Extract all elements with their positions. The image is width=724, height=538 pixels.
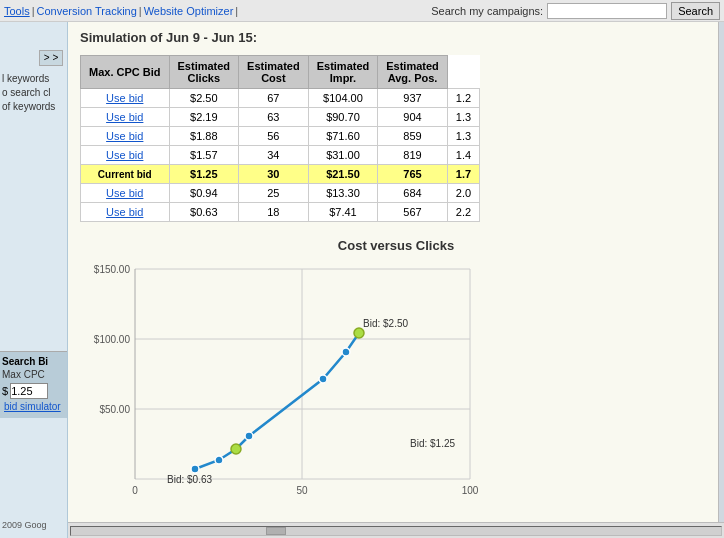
clicks-cell: 30	[239, 165, 309, 184]
data-point-top	[354, 328, 364, 338]
data-point-4	[245, 432, 253, 440]
bottom-scrollbar	[68, 522, 724, 538]
data-point-5	[319, 375, 327, 383]
scrollbar-thumb[interactable]	[266, 527, 286, 535]
website-optimizer-link[interactable]: Website Optimizer	[144, 5, 234, 17]
clicks-cell: 56	[239, 127, 309, 146]
cost-cell: $13.30	[308, 184, 378, 203]
label-bid-250: Bid: $2.50	[363, 318, 408, 329]
use-bid-link[interactable]: Use bid	[106, 111, 143, 123]
table-row: Use bid$0.6318$7.415672.2	[81, 203, 480, 222]
impr-cell: 819	[378, 146, 448, 165]
search-button[interactable]: Search	[671, 2, 720, 20]
col-est-clicks: EstimatedClicks	[169, 56, 239, 89]
bid-value-cell: $1.88	[169, 127, 239, 146]
pos-cell: 2.0	[447, 184, 479, 203]
cost-cell: $21.50	[308, 165, 378, 184]
bid-table: Max. CPC Bid EstimatedClicks EstimatedCo…	[80, 55, 480, 222]
pos-cell: 1.3	[447, 127, 479, 146]
sidebar: > > l keywords o search cl of keywords S…	[0, 22, 68, 538]
col-max-cpc: Max. CPC Bid	[81, 56, 170, 89]
bid-label-cell: Use bid	[81, 184, 170, 203]
max-cpc-label: Max CPC	[2, 369, 65, 380]
chart-wrap: $150.00 $100.00 $50.00 0 50 100	[80, 259, 500, 509]
cost-cell: $7.41	[308, 203, 378, 222]
impr-cell: 567	[378, 203, 448, 222]
search-label: Search my campaigns:	[431, 5, 543, 17]
use-bid-link[interactable]: Use bid	[106, 149, 143, 161]
bid-value-cell: $1.57	[169, 146, 239, 165]
clicks-cell: 18	[239, 203, 309, 222]
use-bid-link[interactable]: Use bid	[106, 92, 143, 104]
search-bid-title: Search Bi	[2, 356, 65, 367]
impr-cell: 859	[378, 127, 448, 146]
conversion-tracking-link[interactable]: Conversion Tracking	[37, 5, 137, 17]
table-row: Use bid$0.9425$13.306842.0	[81, 184, 480, 203]
chart-title: Cost versus Clicks	[80, 238, 712, 253]
sidebar-footer: 2009 Goog	[2, 520, 47, 530]
data-point-current	[231, 444, 241, 454]
svg-text:$100.00: $100.00	[94, 334, 131, 345]
table-row: Use bid$2.5067$104.009371.2	[81, 89, 480, 108]
svg-text:$50.00: $50.00	[99, 404, 130, 415]
use-bid-link[interactable]: Use bid	[106, 187, 143, 199]
pos-cell: 1.7	[447, 165, 479, 184]
table-row: Current bid$1.2530$21.507651.7	[81, 165, 480, 184]
svg-text:$150.00: $150.00	[94, 264, 131, 275]
impr-cell: 904	[378, 108, 448, 127]
col-est-cost: EstimatedCost	[239, 56, 309, 89]
right-edge	[718, 22, 724, 538]
bid-value-cell: $0.94	[169, 184, 239, 203]
nav-links: Tools | Conversion Tracking | Website Op…	[4, 5, 238, 17]
col-est-impr: EstimatedImpr.	[308, 56, 378, 89]
table-row: Use bid$1.8856$71.608591.3	[81, 127, 480, 146]
bid-label-cell: Current bid	[81, 165, 170, 184]
label-bid-063: Bid: $0.63	[167, 474, 212, 485]
pos-cell: 1.4	[447, 146, 479, 165]
use-bid-link[interactable]: Use bid	[106, 130, 143, 142]
simulation-title: Simulation of Jun 9 - Jun 15:	[80, 30, 712, 45]
impr-cell: 684	[378, 184, 448, 203]
clicks-cell: 67	[239, 89, 309, 108]
bid-value-cell: $2.50	[169, 89, 239, 108]
use-bid-link[interactable]: Use bid	[106, 206, 143, 218]
pos-cell: 1.3	[447, 108, 479, 127]
topbar: Tools | Conversion Tracking | Website Op…	[0, 0, 724, 22]
nav-sep1: |	[32, 5, 35, 17]
bid-label-cell: Use bid	[81, 89, 170, 108]
main-content: Simulation of Jun 9 - Jun 15: Max. CPC B…	[68, 22, 724, 522]
bid-label-cell: Use bid	[81, 203, 170, 222]
clicks-cell: 25	[239, 184, 309, 203]
keyword-text: l keywords o search cl of keywords	[2, 72, 55, 114]
pos-cell: 1.2	[447, 89, 479, 108]
cost-cell: $71.60	[308, 127, 378, 146]
bid-label-cell: Use bid	[81, 127, 170, 146]
bid-value-cell: $2.19	[169, 108, 239, 127]
cost-vs-clicks-chart: $150.00 $100.00 $50.00 0 50 100	[80, 259, 500, 509]
bid-input-row: $	[2, 383, 65, 399]
bid-label-cell: Use bid	[81, 146, 170, 165]
chart-container: Cost versus Clicks $150.00 $100.00	[80, 238, 712, 509]
data-point-6	[342, 348, 350, 356]
clicks-cell: 34	[239, 146, 309, 165]
cost-cell: $31.00	[308, 146, 378, 165]
data-point-1	[191, 465, 199, 473]
dollar-sign: $	[2, 385, 8, 397]
collapse-button[interactable]: > >	[39, 50, 63, 66]
impr-cell: 765	[378, 165, 448, 184]
search-input[interactable]	[547, 3, 667, 19]
bid-simulator-link[interactable]: bid simulator	[2, 399, 65, 414]
col-est-pos: EstimatedAvg. Pos.	[378, 56, 448, 89]
label-bid-125: Bid: $1.25	[410, 438, 455, 449]
table-row: Use bid$2.1963$90.709041.3	[81, 108, 480, 127]
bid-value-cell: $1.25	[169, 165, 239, 184]
svg-text:100: 100	[462, 485, 479, 496]
cost-cell: $90.70	[308, 108, 378, 127]
nav-sep3: |	[235, 5, 238, 17]
svg-text:0: 0	[132, 485, 138, 496]
cost-cell: $104.00	[308, 89, 378, 108]
tools-link[interactable]: Tools	[4, 5, 30, 17]
bid-input[interactable]	[10, 383, 48, 399]
scrollbar-track[interactable]	[70, 526, 722, 536]
svg-text:50: 50	[296, 485, 308, 496]
